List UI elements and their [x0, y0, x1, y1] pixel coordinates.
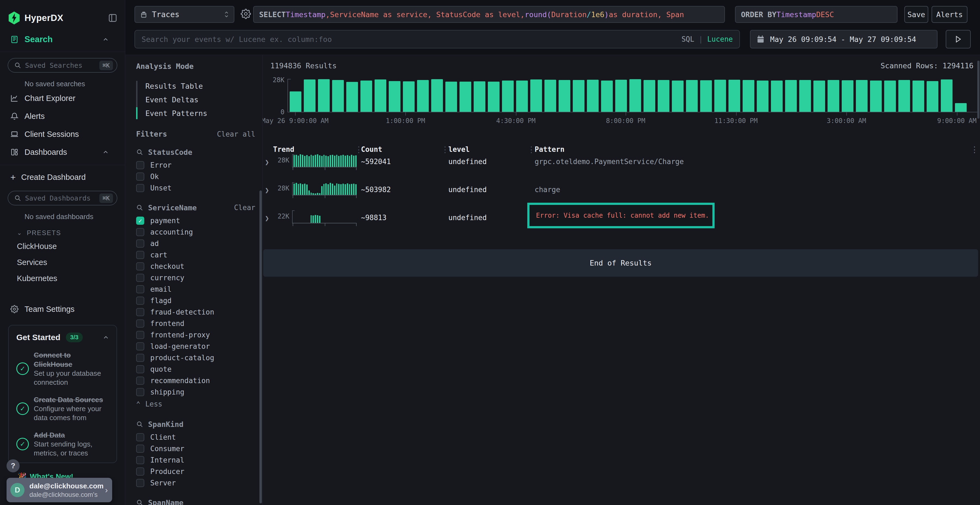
clear-all-link[interactable]: Clear all — [217, 130, 255, 138]
presets-toggle[interactable]: ⌄ PRESETS — [0, 222, 125, 238]
checkbox[interactable] — [136, 319, 144, 327]
saved-dashboards-input[interactable]: Saved Dashboards ⌘K — [8, 191, 117, 205]
filter-checkbox-item[interactable]: Internal — [136, 454, 255, 466]
order-by-editor[interactable]: ORDER BY Timestamp DESC — [735, 6, 897, 23]
sidebar-item-search[interactable]: Search — [0, 30, 125, 49]
filter-checkbox-item[interactable]: frontend — [136, 318, 255, 329]
clear-service-link[interactable]: Clear — [234, 203, 255, 212]
filter-checkbox-item[interactable]: Ok — [136, 171, 255, 182]
search-icon[interactable] — [136, 421, 143, 428]
filter-checkbox-item[interactable]: quote — [136, 364, 255, 375]
filter-checkbox-item[interactable]: flagd — [136, 295, 255, 306]
filter-checkbox-item[interactable]: fraud-detection — [136, 306, 255, 318]
checkbox[interactable] — [136, 308, 144, 316]
col-resize-handle-icon[interactable]: ⋮ — [441, 145, 449, 154]
checkbox[interactable] — [136, 274, 144, 282]
highlighted-pattern-box[interactable]: Error: Visa cache full: cannot add new i… — [527, 203, 714, 228]
filter-checkbox-item[interactable]: email — [136, 284, 255, 295]
checkbox[interactable] — [136, 285, 144, 293]
search-input[interactable]: Search your events w/ Lucene ex. column:… — [134, 30, 740, 48]
preset-dashboard-item[interactable]: Services — [0, 254, 125, 270]
checkbox[interactable] — [136, 184, 144, 192]
filter-checkbox-item[interactable]: currency — [136, 272, 255, 284]
checkbox[interactable] — [136, 228, 144, 236]
checkbox[interactable] — [136, 262, 144, 270]
checkbox[interactable] — [136, 445, 144, 453]
option-event-deltas[interactable]: Event Deltas — [145, 93, 255, 106]
checkbox[interactable] — [136, 331, 144, 339]
sidebar-item-client-sessions[interactable]: Client Sessions — [0, 125, 125, 143]
row-expander-icon[interactable]: ❯ — [265, 158, 269, 166]
get-started-item[interactable]: ✓ Connect to ClickHouse Set up your data… — [16, 351, 110, 387]
user-account-chip[interactable]: D dale@clickhouse.com dale@clickhouse.co… — [6, 478, 112, 502]
filter-checkbox-item[interactable]: Unset — [136, 182, 255, 194]
sidebar-item-alerts[interactable]: Alerts — [0, 107, 125, 125]
hyperdx-logo-icon[interactable] — [8, 11, 20, 24]
sidebar-item-chart-explorer[interactable]: Chart Explorer — [0, 89, 125, 107]
filter-checkbox-item[interactable]: Client — [136, 432, 255, 443]
date-range-picker[interactable]: May 26 09:09:54 - May 27 09:09:54 — [750, 30, 937, 48]
filter-checkbox-item[interactable]: payment — [136, 215, 255, 226]
filter-checkbox-item[interactable]: Producer — [136, 466, 255, 477]
show-less-toggle[interactable]: ⌃ Less — [136, 398, 255, 410]
pattern-row[interactable]: ❯ 28K ~592041 undefined grpc.oteldemo.Pa… — [263, 154, 980, 182]
sidebar-item-team-settings[interactable]: Team Settings — [0, 301, 125, 318]
checkbox[interactable] — [136, 161, 144, 169]
option-results-table[interactable]: Results Table — [145, 79, 255, 93]
col-resize-handle-icon[interactable]: ⋮ — [527, 145, 535, 154]
filter-checkbox-item[interactable]: Error — [136, 159, 255, 171]
lucene-toggle[interactable]: Lucene — [707, 35, 733, 43]
filter-checkbox-item[interactable]: Consumer — [136, 443, 255, 454]
page-scrollbar-thumb[interactable] — [977, 61, 980, 119]
table-menu-icon[interactable]: ⋮ — [970, 145, 978, 154]
chevron-up-icon[interactable] — [102, 334, 110, 341]
checkbox[interactable] — [136, 479, 144, 487]
checkbox[interactable] — [136, 240, 144, 248]
checkbox[interactable] — [136, 354, 144, 362]
filters-scrollbar-thumb[interactable] — [259, 191, 262, 503]
alerts-button[interactable]: Alerts — [932, 6, 967, 23]
preset-dashboard-item[interactable]: Kubernetes — [0, 270, 125, 286]
sql-select-editor[interactable]: SELECT Timestamp, ServiceName as service… — [253, 6, 725, 23]
filter-checkbox-item[interactable]: cart — [136, 249, 255, 260]
sql-toggle[interactable]: SQL — [681, 35, 694, 43]
run-query-button[interactable] — [946, 30, 971, 48]
filter-checkbox-item[interactable]: Server — [136, 477, 255, 489]
filter-checkbox-item[interactable]: accounting — [136, 226, 255, 238]
checkbox[interactable] — [136, 173, 144, 181]
option-event-patterns[interactable]: Event Patterns — [145, 106, 255, 120]
filter-checkbox-item[interactable]: product-catalog — [136, 352, 255, 364]
checkbox[interactable] — [136, 388, 144, 396]
pattern-row[interactable]: ❯ 22K ~98813 undefined Error: Visa cache… — [263, 210, 980, 238]
checkbox[interactable] — [136, 217, 144, 225]
filter-checkbox-item[interactable]: load-generator — [136, 341, 255, 352]
get-started-item[interactable]: ✓ Add Data Start sending logs, metrics, … — [16, 430, 110, 458]
save-button[interactable]: Save — [904, 6, 928, 23]
filter-checkbox-item[interactable]: ad — [136, 238, 255, 249]
help-button[interactable]: ? — [6, 459, 20, 472]
checkbox[interactable] — [136, 251, 144, 259]
sidebar-collapse-icon[interactable] — [108, 13, 117, 22]
create-dashboard-button[interactable]: + Create Dashboard — [0, 170, 125, 185]
search-icon[interactable] — [136, 149, 143, 156]
preset-dashboard-item[interactable]: ClickHouse — [0, 238, 125, 254]
chevron-up-icon[interactable] — [102, 149, 115, 156]
filter-checkbox-item[interactable]: recommendation — [136, 375, 255, 386]
checkbox[interactable] — [136, 365, 144, 373]
checkbox[interactable] — [136, 433, 144, 441]
row-expander-icon[interactable]: ❯ — [265, 186, 269, 194]
checkbox[interactable] — [136, 342, 144, 351]
checkbox[interactable] — [136, 467, 144, 476]
checkbox[interactable] — [136, 456, 144, 464]
get-started-item[interactable]: ✓ Create Data Sources Configure where yo… — [16, 395, 110, 422]
search-icon[interactable] — [136, 499, 143, 505]
sidebar-item-dashboards[interactable]: Dashboards — [0, 143, 125, 161]
filter-checkbox-item[interactable]: shipping — [136, 386, 255, 398]
chevron-up-icon[interactable] — [102, 36, 115, 43]
checkbox[interactable] — [136, 297, 144, 305]
search-icon[interactable] — [136, 204, 143, 211]
source-settings-gear-icon[interactable] — [241, 9, 251, 19]
row-expander-icon[interactable]: ❯ — [265, 214, 269, 222]
saved-searches-input[interactable]: Saved Searches ⌘K — [8, 58, 117, 73]
source-select[interactable]: Traces — [134, 6, 234, 23]
